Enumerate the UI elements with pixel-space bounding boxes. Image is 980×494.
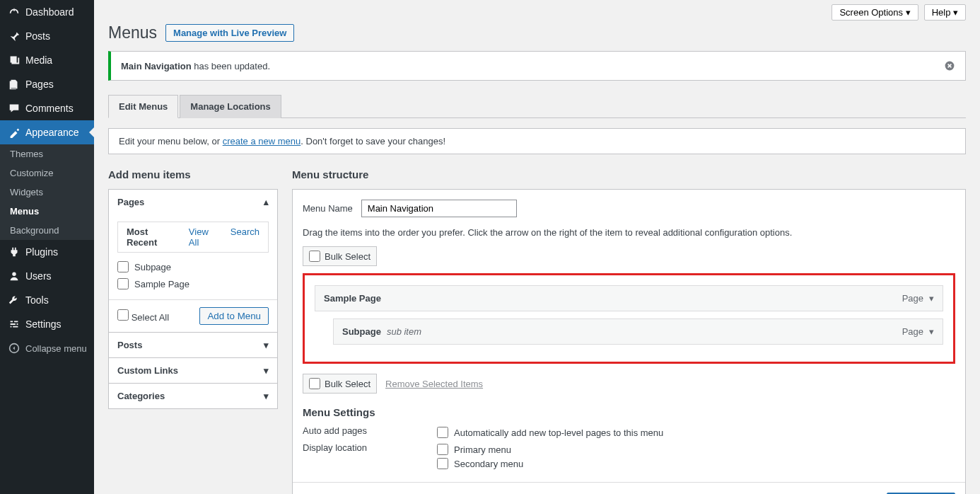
- collapse-icon: [7, 341, 21, 355]
- sidebar-label: Posts: [25, 30, 50, 42]
- tab-edit-menus[interactable]: Edit Menus: [108, 95, 178, 118]
- page-header: Menus Manage with Live Preview: [108, 23, 966, 42]
- dismiss-notice-icon[interactable]: [944, 60, 955, 71]
- sidebar-item-comments[interactable]: Comments: [0, 96, 94, 120]
- pages-inner-tabs: Most Recent View All Search: [117, 222, 269, 253]
- bulk-select-checkbox[interactable]: [309, 378, 320, 389]
- bulk-select-top[interactable]: Bulk Select: [303, 246, 377, 266]
- accordion-pages: Pages ▴ Most Recent View All Search Subp…: [109, 190, 277, 333]
- submenu-widgets[interactable]: Widgets: [0, 183, 94, 202]
- create-new-menu-link[interactable]: create a new menu: [223, 136, 301, 147]
- chevron-down-icon: ▾: [264, 340, 269, 350]
- accordion-posts[interactable]: Posts▾: [109, 333, 277, 357]
- topbar: Screen Options ▾ Help ▾: [108, 0, 966, 21]
- help-button[interactable]: Help ▾: [924, 4, 966, 21]
- sidebar-item-posts[interactable]: Posts: [0, 24, 94, 48]
- chevron-down-icon[interactable]: ▾: [929, 326, 934, 337]
- sidebar-item-plugins[interactable]: Plugins: [0, 240, 94, 264]
- live-preview-button[interactable]: Manage with Live Preview: [165, 24, 294, 42]
- sidebar-item-tools[interactable]: Tools: [0, 288, 94, 312]
- menu-name-label: Menu Name: [303, 203, 353, 214]
- add-to-menu-button[interactable]: Add to Menu: [199, 307, 269, 325]
- page-checkbox-subpage[interactable]: Subpage: [117, 258, 269, 275]
- menu-items-highlight-box: Sample Page Page ▾ Subpage sub item: [303, 273, 955, 364]
- menu-item-type: Page: [902, 293, 923, 304]
- update-notice: Main Navigation has been updated.: [108, 51, 966, 81]
- display-location-label: Display location: [303, 442, 437, 453]
- bulk-select-bottom[interactable]: Bulk Select: [303, 374, 377, 394]
- sidebar-label: Tools: [25, 294, 49, 306]
- menu-item-subpage[interactable]: Subpage sub item Page ▾: [333, 318, 943, 345]
- tab-search[interactable]: Search: [226, 225, 264, 249]
- sidebar-item-appearance[interactable]: Appearance: [0, 120, 94, 144]
- checkbox[interactable]: [117, 278, 129, 289]
- tab-view-all[interactable]: View All: [185, 225, 222, 249]
- menu-item-type: Page: [902, 326, 923, 337]
- select-all-checkbox[interactable]: [117, 309, 129, 321]
- location-secondary[interactable]: Secondary menu: [437, 456, 523, 471]
- sidebar-label: Settings: [25, 318, 62, 330]
- accordion-categories[interactable]: Categories▾: [109, 384, 277, 408]
- plugins-icon: [7, 245, 21, 259]
- sidebar-label: Plugins: [25, 246, 58, 258]
- notice-text: has been updated.: [192, 61, 270, 71]
- pin-icon: [7, 29, 21, 43]
- submenu-customize[interactable]: Customize: [0, 163, 94, 183]
- accordion-pages-header[interactable]: Pages ▴: [109, 190, 277, 214]
- appearance-submenu: Themes Customize Widgets Menus Backgroun…: [0, 144, 94, 240]
- menu-item-title: Subpage: [342, 326, 381, 337]
- pages-checklist: Subpage Sample Page: [117, 258, 269, 292]
- tools-icon: [7, 293, 21, 307]
- submenu-menus[interactable]: Menus: [0, 202, 94, 221]
- chevron-up-icon: ▴: [264, 197, 269, 207]
- chevron-down-icon[interactable]: ▾: [929, 293, 934, 304]
- users-icon: [7, 269, 21, 283]
- help-before: Edit your menu below, or: [119, 136, 223, 147]
- menu-settings-heading: Menu Settings: [293, 401, 965, 424]
- sidebar-item-settings[interactable]: Settings: [0, 312, 94, 336]
- accordion-pages-title: Pages: [117, 197, 144, 207]
- nav-tabs: Edit Menus Manage Locations: [108, 95, 966, 118]
- collapse-menu[interactable]: Collapse menu: [0, 336, 94, 360]
- chevron-down-icon: ▾: [264, 391, 269, 401]
- menu-item-sample-page[interactable]: Sample Page Page ▾: [315, 285, 943, 311]
- checkbox[interactable]: [117, 261, 129, 272]
- sidebar-item-pages[interactable]: Pages: [0, 72, 94, 96]
- svg-point-0: [12, 272, 16, 276]
- page-title: Menus: [108, 23, 157, 42]
- sidebar-item-media[interactable]: Media: [0, 48, 94, 72]
- help-text: Edit your menu below, or create a new me…: [108, 128, 966, 154]
- add-menu-items-column: Add menu items Pages ▴ Most Recent View …: [108, 168, 278, 494]
- notice-strong: Main Navigation: [121, 61, 192, 71]
- sidebar-item-users[interactable]: Users: [0, 264, 94, 288]
- screen-options-button[interactable]: Screen Options ▾: [832, 4, 918, 21]
- sidebar-label: Comments: [25, 103, 74, 114]
- page-checkbox-sample-page[interactable]: Sample Page: [117, 275, 269, 292]
- pages-icon: [7, 77, 21, 91]
- tab-manage-locations[interactable]: Manage Locations: [180, 95, 281, 118]
- sidebar-label: Media: [25, 54, 52, 66]
- structure-heading: Menu structure: [292, 168, 966, 180]
- settings-icon: [7, 317, 21, 331]
- submenu-themes[interactable]: Themes: [0, 144, 94, 163]
- add-items-heading: Add menu items: [108, 168, 278, 180]
- select-all[interactable]: Select All: [117, 309, 169, 323]
- location-primary[interactable]: Primary menu: [437, 442, 523, 456]
- menu-name-input[interactable]: [361, 200, 517, 217]
- accordion: Pages ▴ Most Recent View All Search Subp…: [108, 189, 278, 409]
- sidebar-item-dashboard[interactable]: Dashboard: [0, 0, 94, 24]
- submenu-background[interactable]: Background: [0, 221, 94, 240]
- collapse-label: Collapse menu: [25, 343, 87, 354]
- help-after: . Don't forget to save your changes!: [301, 136, 445, 147]
- bulk-select-checkbox[interactable]: [309, 251, 320, 262]
- tab-most-recent[interactable]: Most Recent: [122, 225, 180, 249]
- sidebar-label: Pages: [25, 79, 54, 90]
- menu-frame: Menu Name Drag the items into the order …: [292, 189, 966, 494]
- remove-selected-link: Remove Selected Items: [385, 379, 483, 389]
- accordion-custom-links[interactable]: Custom Links▾: [109, 358, 277, 383]
- admin-sidebar: Dashboard Posts Media Pages Comments App…: [0, 0, 94, 494]
- appearance-icon: [7, 125, 21, 139]
- media-icon: [7, 53, 21, 67]
- auto-add-checkbox[interactable]: Automatically add new top-level pages to…: [437, 425, 663, 440]
- chevron-down-icon: ▾: [264, 365, 269, 376]
